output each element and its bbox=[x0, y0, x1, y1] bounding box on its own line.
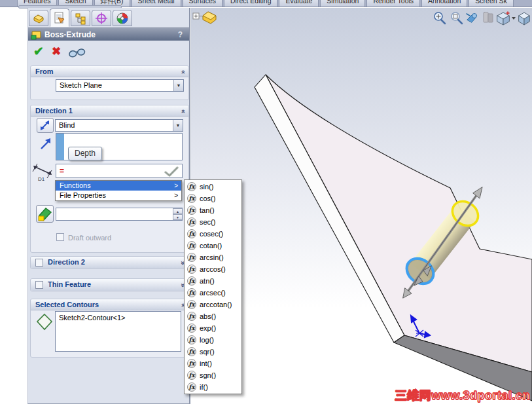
function-label: tan() bbox=[200, 206, 215, 214]
spin-down-icon[interactable]: ▼ bbox=[173, 214, 182, 220]
contour-list-item[interactable]: Sketch2-Contour<1> bbox=[59, 314, 177, 322]
function-label: arcsec() bbox=[200, 289, 226, 297]
help-button[interactable]: ? bbox=[178, 28, 183, 41]
submenu-arrow-icon: > bbox=[174, 181, 178, 191]
dropdown-arrow-icon[interactable] bbox=[173, 80, 183, 91]
function-label: sgn() bbox=[200, 371, 216, 379]
collapse-chevron-icon[interactable] bbox=[177, 109, 188, 113]
group-direction2: Direction 2 bbox=[30, 256, 189, 269]
function-menu-item[interactable]: ƒx arcsec() bbox=[185, 287, 241, 299]
draft-button[interactable] bbox=[36, 205, 54, 223]
function-label: log() bbox=[200, 336, 214, 344]
function-label: int() bbox=[200, 360, 212, 367]
function-menu-item[interactable]: ƒx cosec() bbox=[185, 228, 241, 240]
group-direction1-header[interactable]: Direction 1 bbox=[31, 105, 188, 117]
group-from-label: From bbox=[35, 67, 54, 75]
draft-angle-field[interactable]: ▲ ▼ bbox=[56, 208, 183, 221]
group-direction2-header[interactable]: Direction 2 bbox=[31, 257, 188, 269]
function-label: arccotan() bbox=[200, 301, 232, 308]
function-menu-item[interactable]: ƒx sqr() bbox=[185, 346, 241, 358]
section-view-icon[interactable] bbox=[484, 12, 493, 22]
depth-dimension-icon: D1 bbox=[31, 162, 55, 182]
contour-diamond-icon bbox=[36, 313, 53, 331]
command-manager-tab[interactable]: Simulation bbox=[320, 0, 365, 7]
group-from-header[interactable]: From bbox=[31, 66, 188, 77]
tab-feature-manager[interactable] bbox=[29, 10, 48, 26]
group-thin-feature-header[interactable]: Thin Feature bbox=[31, 279, 188, 291]
function-menu-item[interactable]: ƒx int() bbox=[185, 358, 241, 369]
function-label: exp() bbox=[200, 324, 216, 332]
function-icon: ƒx bbox=[187, 371, 196, 380]
spin-up-icon[interactable]: ▲ bbox=[173, 208, 182, 214]
function-icon: ƒx bbox=[187, 300, 196, 309]
function-menu-item[interactable]: ƒx tan() bbox=[185, 204, 241, 216]
tab-configuration-manager[interactable] bbox=[71, 10, 90, 26]
function-menu-item[interactable]: ƒx arccos() bbox=[185, 263, 241, 275]
panel-action-row: ✔ ✖ bbox=[28, 44, 189, 61]
submenu-arrow-icon: > bbox=[174, 191, 178, 200]
function-menu-item[interactable]: ƒx atn() bbox=[185, 275, 241, 287]
collapse-chevron-icon[interactable] bbox=[177, 70, 188, 74]
detailed-preview-button[interactable] bbox=[67, 46, 87, 59]
functions-submenu: ƒx sin() ƒx cos() ƒx tan() ƒx sec() ƒx c… bbox=[184, 179, 242, 394]
function-icon: ƒx bbox=[187, 276, 196, 286]
direction-arrow-icon bbox=[39, 137, 53, 151]
command-manager-tab[interactable]: Surfaces bbox=[183, 0, 222, 7]
from-plane-select[interactable]: Sketch Plane bbox=[56, 79, 184, 92]
draft-outward-checkbox[interactable] bbox=[56, 233, 64, 241]
function-label: cotan() bbox=[200, 242, 222, 250]
reverse-direction-button[interactable] bbox=[37, 118, 54, 133]
end-condition-select[interactable]: Blind bbox=[55, 119, 183, 132]
thin-feature-checkbox[interactable] bbox=[35, 281, 43, 289]
group-thin-feature-label: Thin Feature bbox=[48, 280, 91, 288]
command-manager-tab[interactable]: Render Tools bbox=[366, 0, 420, 7]
function-label: sec() bbox=[200, 218, 215, 226]
tab-display-manager[interactable] bbox=[113, 10, 132, 26]
property-sheet-icon bbox=[53, 11, 66, 24]
svg-text:D1: D1 bbox=[38, 176, 45, 182]
function-menu-item[interactable]: ƒx cotan() bbox=[185, 240, 241, 251]
direction2-checkbox[interactable] bbox=[35, 259, 43, 267]
from-plane-value: Sketch Plane bbox=[60, 81, 102, 89]
draft-icon bbox=[37, 206, 52, 221]
command-manager-tab[interactable]: Evaluate bbox=[279, 0, 319, 7]
command-manager-tab[interactable]: Screen Sk bbox=[469, 0, 513, 7]
dropdown-arrow-icon[interactable] bbox=[173, 120, 183, 131]
function-icon: ƒx bbox=[187, 324, 196, 333]
function-menu-item[interactable]: ƒx arcsin() bbox=[185, 251, 241, 263]
function-menu-item[interactable]: ƒx sgn() bbox=[185, 369, 241, 381]
configuration-tree-icon bbox=[74, 12, 87, 25]
command-manager-tab[interactable]: Annotation bbox=[421, 0, 467, 7]
tab-dimxpert-manager[interactable] bbox=[92, 10, 111, 26]
function-menu-item[interactable]: ƒx sec() bbox=[185, 216, 241, 228]
function-label: sin() bbox=[200, 183, 213, 191]
function-label: cosec() bbox=[200, 230, 223, 238]
menu-item-file-properties[interactable]: File Properties > bbox=[56, 191, 181, 200]
display-manager-icon bbox=[116, 12, 129, 25]
function-icon: ƒx bbox=[187, 265, 196, 274]
function-icon: ƒx bbox=[187, 206, 196, 215]
function-menu-item[interactable]: ƒx sin() bbox=[185, 181, 241, 193]
group-thin-feature: Thin Feature bbox=[30, 278, 189, 291]
panel-title-bar: Boss-Extrude ? bbox=[28, 28, 189, 41]
function-icon: ƒx bbox=[187, 241, 196, 250]
group-selected-contours-header[interactable]: Selected Contours bbox=[31, 299, 188, 310]
function-icon: ƒx bbox=[187, 382, 196, 392]
command-manager-tab[interactable]: Direct Editing bbox=[224, 0, 277, 7]
tab-property-manager[interactable] bbox=[50, 9, 69, 27]
cancel-button[interactable]: ✖ bbox=[52, 45, 61, 58]
selected-contours-listbox[interactable]: Sketch2-Contour<1> bbox=[55, 311, 181, 352]
function-icon: ƒx bbox=[187, 229, 196, 238]
function-menu-item[interactable]: ƒx if() bbox=[185, 381, 241, 393]
function-menu-item[interactable]: ƒx abs() bbox=[185, 310, 241, 322]
command-manager-tab[interactable]: Sheet Metal bbox=[132, 0, 181, 7]
function-menu-item[interactable]: ƒx exp() bbox=[185, 322, 241, 334]
spinner-buttons[interactable]: ▲ ▼ bbox=[173, 208, 182, 220]
function-menu-item[interactable]: ƒx arccotan() bbox=[185, 299, 241, 310]
menu-item-functions[interactable]: Functions > bbox=[56, 181, 181, 191]
function-menu-item[interactable]: ƒx cos() bbox=[185, 193, 241, 204]
ok-button[interactable]: ✔ bbox=[33, 44, 44, 59]
equation-input-field[interactable]: = bbox=[56, 164, 183, 178]
function-menu-item[interactable]: ƒx log() bbox=[185, 334, 241, 346]
accept-equation-check-icon[interactable] bbox=[164, 166, 179, 177]
